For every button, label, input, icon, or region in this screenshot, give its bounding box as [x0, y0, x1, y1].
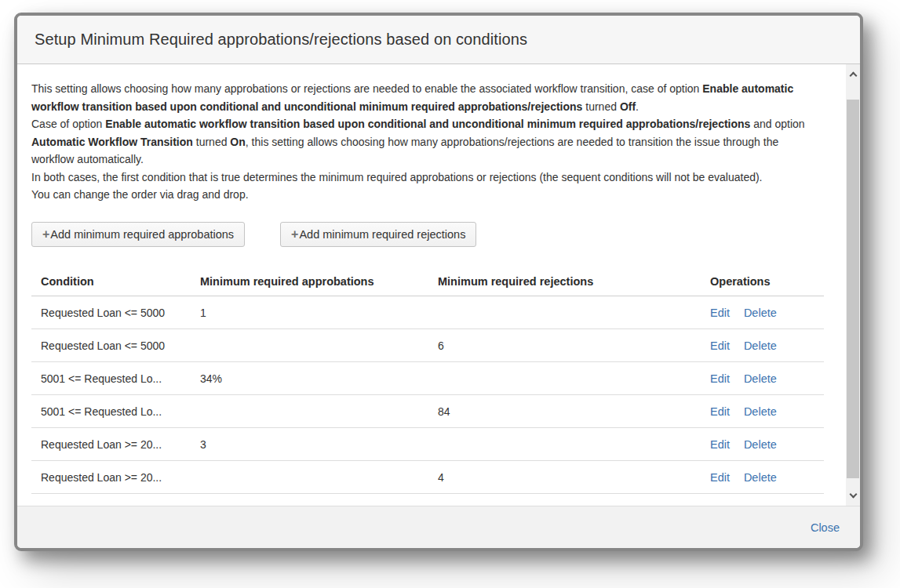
- column-header-condition: Condition: [31, 267, 200, 296]
- delete-link[interactable]: Delete: [744, 471, 777, 484]
- scrollbar-thumb[interactable]: [847, 100, 859, 478]
- edit-link[interactable]: Edit: [710, 339, 730, 352]
- edit-link[interactable]: Edit: [710, 405, 730, 418]
- column-header-approbations: Minimum required approbations: [200, 267, 438, 296]
- operations-cell: Edit Delete: [710, 428, 824, 461]
- conditions-table: Condition Minimum required approbations …: [31, 267, 824, 495]
- approbations-cell: [200, 329, 438, 362]
- edit-link[interactable]: Edit: [710, 471, 730, 484]
- scroll-down-button[interactable]: [846, 487, 860, 504]
- table-row[interactable]: Requested Loan >= 20... 3 Edit Delete: [31, 428, 824, 461]
- condition-cell: Requested Loan >= 20...: [31, 428, 200, 461]
- page-background: Setup Minimum Required approbations/reje…: [0, 0, 900, 588]
- add-approbations-button[interactable]: +Add minimum required approbations: [31, 222, 245, 247]
- column-header-rejections: Minimum required rejections: [438, 267, 710, 296]
- column-header-operations: Operations: [710, 267, 824, 296]
- condition-cell: 5001 <= Requested Lo...: [31, 362, 200, 395]
- table-header-row: Condition Minimum required approbations …: [31, 267, 824, 296]
- chevron-up-icon: [849, 72, 857, 80]
- operations-cell: Edit Delete: [710, 296, 824, 329]
- delete-link[interactable]: Delete: [744, 307, 777, 319]
- condition-cell: Requested Loan >= 20...: [31, 461, 200, 494]
- add-rejections-button[interactable]: +Add minimum required rejections: [280, 222, 476, 247]
- rejections-cell: 6: [438, 329, 710, 362]
- approbations-cell: [200, 461, 438, 494]
- table-row[interactable]: Requested Loan >= 20... 4 Edit Delete: [31, 461, 824, 494]
- dialog-footer: Close: [17, 506, 860, 548]
- condition-cell: Requested Loan <= 5000: [31, 296, 200, 329]
- rejections-cell: [438, 296, 710, 329]
- condition-cell: 5001 <= Requested Lo...: [31, 395, 200, 428]
- scroll-up-button[interactable]: [846, 66, 860, 83]
- rejections-cell: 4: [438, 461, 710, 494]
- delete-link[interactable]: Delete: [744, 405, 777, 418]
- table-row[interactable]: 5001 <= Requested Lo... 84 Edit Delete: [31, 395, 824, 428]
- condition-cell: Requested Loan <= 5000: [31, 329, 200, 362]
- operations-cell: Edit Delete: [710, 395, 824, 428]
- setting-description: This setting allows choosing how many ap…: [31, 80, 824, 204]
- operations-cell: Edit Delete: [710, 362, 824, 395]
- approbations-cell: 3: [200, 428, 438, 461]
- add-rejections-label: Add minimum required rejections: [299, 228, 465, 241]
- rejections-cell: [438, 428, 710, 461]
- chevron-down-icon: [849, 491, 857, 499]
- approbations-cell: 34%: [200, 362, 438, 395]
- plus-icon: +: [291, 228, 298, 241]
- operations-cell: Edit Delete: [710, 329, 824, 362]
- vertical-scrollbar[interactable]: [846, 64, 860, 506]
- approbations-cell: 1: [200, 296, 438, 329]
- table-row[interactable]: Requested Loan <= 5000 6 Edit Delete: [31, 329, 824, 362]
- dialog-header: Setup Minimum Required approbations/reje…: [17, 16, 860, 64]
- delete-link[interactable]: Delete: [744, 372, 777, 385]
- dialog-body: This setting allows choosing how many ap…: [17, 64, 860, 506]
- rejections-cell: 84: [438, 395, 710, 428]
- delete-link[interactable]: Delete: [744, 339, 777, 352]
- add-approbations-label: Add minimum required approbations: [50, 228, 234, 241]
- plus-icon: +: [42, 228, 49, 241]
- approbations-cell: [200, 395, 438, 428]
- edit-link[interactable]: Edit: [710, 438, 730, 451]
- conditions-table-body: Requested Loan <= 5000 1 Edit Delete Req…: [31, 296, 824, 494]
- rejections-cell: [438, 362, 710, 395]
- add-buttons-row: +Add minimum required approbations +Add …: [31, 222, 824, 247]
- close-button[interactable]: Close: [811, 521, 840, 534]
- edit-link[interactable]: Edit: [710, 307, 730, 319]
- table-row[interactable]: Requested Loan <= 5000 1 Edit Delete: [31, 296, 824, 329]
- table-row[interactable]: 5001 <= Requested Lo... 34% Edit Delete: [31, 362, 824, 395]
- setup-conditions-dialog: Setup Minimum Required approbations/reje…: [14, 13, 863, 551]
- dialog-title: Setup Minimum Required approbations/reje…: [35, 31, 527, 49]
- operations-cell: Edit Delete: [710, 461, 824, 494]
- delete-link[interactable]: Delete: [744, 438, 777, 451]
- edit-link[interactable]: Edit: [710, 372, 730, 385]
